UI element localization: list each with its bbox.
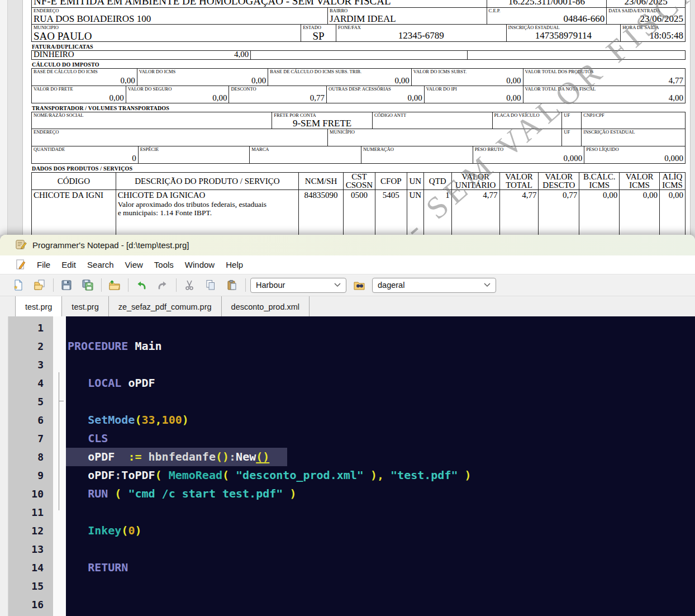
tab-test.prg[interactable]: test.prg <box>15 296 62 317</box>
save-button[interactable] <box>58 277 75 293</box>
tab-ze_sefaz_pdf_comum.prg[interactable]: ze_sefaz_pdf_comum.prg <box>109 296 222 317</box>
menu-help[interactable]: Help <box>220 258 249 272</box>
field-value: DINHEIRO <box>34 51 74 59</box>
open-file-icon <box>34 279 46 291</box>
danfe-cell: DATA SAIDA/ENTRADA23/06/2025 <box>606 8 685 25</box>
field-value: 0 <box>34 154 136 163</box>
field-label: NUMERAÇÃO <box>363 147 471 153</box>
danfe-cell: VALOR DO IPI0,00 <box>424 86 523 103</box>
field-value: 0,00 <box>426 93 521 102</box>
danfe-cell: UN <box>407 190 423 235</box>
open-project-icon <box>108 279 121 291</box>
field-label: ENDEREÇO <box>34 8 326 14</box>
code-line-7[interactable]: CLS <box>66 429 695 448</box>
code-line-5[interactable] <box>66 392 695 411</box>
code-line-1[interactable] <box>66 319 695 337</box>
paste-button[interactable] <box>223 277 240 293</box>
token: () <box>256 450 269 463</box>
section-label: DADOS DOS PRODUTOS / SERVIÇOS <box>32 165 686 172</box>
field-value: 0,00 <box>413 76 521 85</box>
token <box>68 524 88 537</box>
code-line-10[interactable]: RUN ( "cmd /c start test.pdf" ) <box>66 485 695 503</box>
tab-test.prg[interactable]: test.prg <box>62 296 108 317</box>
code-line-3[interactable] <box>66 356 695 374</box>
danfe-cell: PESO LÍQUIDO0,000 <box>584 146 685 163</box>
toolbar-separator <box>176 278 177 292</box>
token: RUN <box>88 487 108 500</box>
code-line-6[interactable]: SetMode(33,100) <box>66 411 695 429</box>
code-line-4[interactable]: LOCAL oPDF <box>66 374 695 392</box>
menu-view[interactable]: View <box>120 258 149 272</box>
title-bar[interactable]: Programmer's Notepad - [d:\temp\test.prg… <box>0 235 695 255</box>
menu-search[interactable]: Search <box>82 258 120 272</box>
code-line-16[interactable] <box>66 595 695 614</box>
undo-button[interactable] <box>133 277 150 293</box>
token <box>68 413 88 427</box>
code-area[interactable]: PROCEDURE Main LOCAL oPDF SetMode(33,100… <box>66 316 695 616</box>
field-label: DATA SAIDA/ENTRADA <box>608 8 683 14</box>
menu-window[interactable]: Window <box>179 258 220 272</box>
scheme-select-combobox[interactable]: Harbour <box>250 278 346 293</box>
line-number: 1 <box>8 319 53 337</box>
field-value: 16.225.311/0001-86 <box>489 0 605 7</box>
search-text-combobox[interactable]: dageral <box>372 278 496 293</box>
code-line-13[interactable] <box>66 540 695 558</box>
field-value: 0,77 <box>231 93 325 102</box>
token: "desconto_prod.xml" <box>229 468 370 482</box>
token <box>141 450 148 463</box>
token: SetMode <box>88 413 135 427</box>
danfe-cell: CHICOTE DA IGNICAOValor aproximado dos t… <box>116 190 298 235</box>
field-value: 0,00 <box>581 191 617 200</box>
editor-left-margin <box>0 316 8 616</box>
line-number: 11 <box>8 503 53 522</box>
app-icon <box>15 239 27 252</box>
code-line-11[interactable] <box>66 503 695 522</box>
field-label: VALOR DO IPI <box>426 87 521 92</box>
save-all-button[interactable] <box>79 277 96 293</box>
new-file-button[interactable] <box>10 277 27 293</box>
toolbar: Harbourdageral <box>0 274 695 296</box>
toolbar-separator <box>101 278 102 292</box>
code-editor[interactable]: 12345678910111213141516 PROCEDURE Main L… <box>0 316 695 616</box>
menu-tools[interactable]: Tools <box>149 258 179 272</box>
field-label: OUTRAS DESP. ACESSÓRIAS <box>329 87 422 92</box>
redo-button[interactable] <box>154 277 171 293</box>
danfe-cell: DINHEIRO4,00 <box>32 51 250 59</box>
open-file-button[interactable] <box>31 277 48 293</box>
token: hbnfedanfe <box>149 450 216 463</box>
cut-button[interactable] <box>181 277 198 293</box>
line-number-gutter[interactable]: 12345678910111213141516 <box>8 316 53 616</box>
open-project-button[interactable] <box>106 277 123 293</box>
line-number: 10 <box>8 485 53 503</box>
line-number: 6 <box>8 411 53 429</box>
menu-bar: FileEditSearchViewToolsWindowHelp <box>0 255 695 274</box>
field-value: 04846-660 <box>489 14 605 24</box>
field-label: VALOR DO ICMS <box>139 69 266 75</box>
line-number: 9 <box>8 466 53 485</box>
danfe-row: CÓDIGODESCRIÇÃO DO PRODUTO / SERVIÇONCM/… <box>31 172 686 191</box>
field-value: NF-E EMITIDA EM AMBIENTE DE HOMOLOGAÇÃO … <box>34 0 485 7</box>
token: 33 <box>141 413 155 427</box>
document-pencil-icon[interactable] <box>15 259 27 271</box>
fold-margin[interactable] <box>53 316 66 616</box>
find-in-files-button[interactable] <box>351 277 368 293</box>
menu-edit[interactable]: Edit <box>56 258 82 272</box>
token <box>108 487 115 500</box>
danfe-cell: ESPÉCIE <box>138 146 250 163</box>
field-label: DESCONTO <box>231 87 325 92</box>
token: ( <box>121 524 128 537</box>
code-line-12[interactable]: Inkey(0) <box>66 522 695 540</box>
field-label: ENDEREÇO <box>34 130 326 135</box>
find-in-files-icon <box>353 279 365 291</box>
menu-file[interactable]: File <box>31 258 56 272</box>
danfe-cell: CHICOTE DA IGNI <box>32 190 116 235</box>
field-value: NCM/SH <box>301 177 341 186</box>
token: RETURN <box>88 561 128 574</box>
code-line-8[interactable]: oPDF := hbnfedanfe():New() <box>66 448 695 466</box>
code-line-15[interactable] <box>66 577 695 595</box>
code-line-9[interactable]: oPDF:ToPDF( MemoRead( "desconto_prod.xml… <box>66 466 695 485</box>
code-line-14[interactable]: RETURN <box>66 558 695 577</box>
code-line-2[interactable]: PROCEDURE Main <box>66 337 695 356</box>
copy-button[interactable] <box>202 277 219 293</box>
tab-desconto_prod.xml[interactable]: desconto_prod.xml <box>222 296 310 317</box>
